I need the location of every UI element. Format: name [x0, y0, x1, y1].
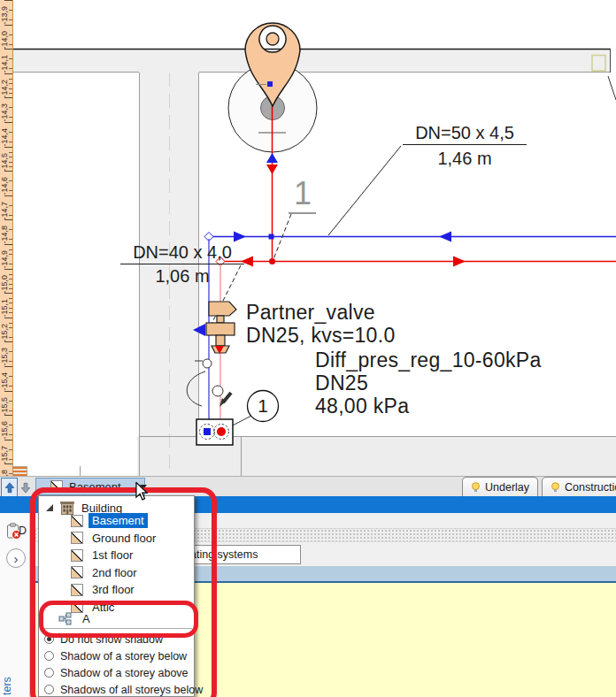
radio-icon[interactable]	[44, 634, 54, 644]
parameters-vertical-tab[interactable]: ters	[1, 663, 13, 695]
regulator-pressure-text[interactable]: 48,00 kPa	[315, 394, 542, 417]
dropdown-separator	[41, 628, 192, 629]
flow-arrow-up	[266, 153, 278, 163]
storey-icon	[71, 566, 83, 578]
radio-icon[interactable]	[44, 651, 54, 661]
ruler-tick: -13,9	[0, 0, 12, 25]
ruler-tick: -15,3	[0, 341, 12, 366]
drawing-canvas[interactable]: -13,9 -14,0 -14,1 -14,2 -14,3	[0, 0, 616, 476]
layer-tab[interactable]: Construction	[542, 477, 616, 497]
tree-item-storey[interactable]: 3rd floor	[71, 581, 159, 599]
ruler-tick: -14,3	[0, 97, 12, 122]
shadow-option[interactable]: Shadows of all storeys below	[44, 681, 192, 697]
storey-icon	[71, 584, 83, 596]
pipe-length-dn40[interactable]: 1,06 m	[120, 266, 244, 287]
tree-item-storey[interactable]: 2nd floor	[71, 564, 159, 582]
tree-item-storey[interactable]: Basement	[71, 512, 159, 530]
ruler-tick: -15,2	[0, 318, 12, 342]
scheme-label: A	[82, 612, 90, 625]
regulator-dn-text[interactable]: DN25	[315, 371, 542, 394]
bulb-icon	[551, 482, 560, 494]
tree-item-scheme[interactable]: A	[58, 611, 90, 626]
partner-valve-symbol[interactable]	[193, 302, 236, 354]
valve-spec-text[interactable]: DN25, kvs=10.0	[246, 324, 395, 347]
layer-tab[interactable]: Underlay	[462, 477, 538, 497]
radio-icon[interactable]	[44, 668, 54, 678]
ruler-tick: -14,0	[0, 25, 12, 50]
storey-toolbar: Basement Underlay Con	[0, 476, 616, 497]
storey-down-button[interactable]	[17, 478, 34, 497]
ruler-tick: -14,1	[0, 49, 12, 73]
ruler-tick: -14,9	[0, 244, 12, 269]
flow-arrow-down	[266, 165, 278, 174]
app-root: -13,9 -14,0 -14,1 -14,2 -14,3	[0, 0, 616, 697]
leader-dn50	[328, 146, 401, 235]
pipe-label-dn40[interactable]: DN=40 x 4,0	[120, 242, 244, 264]
pipe-label-dn50[interactable]: DN=50 x 4,5	[403, 123, 527, 145]
ruler-tick: -15,1	[0, 293, 12, 318]
pipe-red-horizontal[interactable]	[216, 257, 616, 267]
ruler-tick: -15,0	[0, 269, 12, 294]
tree-item-storey[interactable]: Ground floor	[71, 530, 159, 548]
radio-icon[interactable]	[44, 685, 54, 694]
up-arrow-icon	[4, 481, 16, 494]
chevron-down-icon[interactable]	[140, 485, 147, 489]
section-number[interactable]: 1	[294, 175, 312, 212]
bulb-icon	[471, 482, 481, 494]
ruler-tick: -14,4	[0, 122, 12, 147]
expand-panel-button[interactable]: ›	[6, 548, 26, 568]
shadow-option[interactable]: Do not show shadow	[44, 631, 192, 647]
scheme-icon	[58, 612, 73, 626]
regulator-name-text[interactable]: Diff_pres_reg_10-60kPa	[315, 348, 542, 371]
storey-icon	[71, 515, 83, 527]
connection-node[interactable]	[267, 81, 273, 87]
storey-up-button[interactable]	[1, 478, 18, 497]
storey-selector[interactable]: Basement	[35, 478, 145, 495]
diagnostics-label: D	[19, 525, 27, 537]
ruler-tick: -15,7	[0, 440, 12, 464]
selected-storey-label: Basement	[69, 480, 121, 494]
storey-icon	[71, 532, 83, 544]
ruler-tick: -14,2	[0, 73, 12, 98]
shadow-options: Do not show shadow Shadow of a storey be…	[44, 631, 192, 697]
vertical-ruler: -13,9 -14,0 -14,1 -14,2 -14,3	[0, 0, 13, 478]
storey-dropdown: Building Basement Ground floor 1st floor	[38, 495, 195, 697]
layer-tabs: Underlay Construction	[462, 477, 616, 497]
bubble-number[interactable]: 1	[255, 395, 271, 417]
connection-box-symbol[interactable]	[196, 419, 233, 445]
left-sidebar: D › ters	[0, 513, 30, 697]
pipe-length-dn50[interactable]: 1,46 m	[403, 149, 527, 169]
shadow-option[interactable]: Shadow of a storey above	[44, 664, 192, 681]
ruler-tick: -15,6	[0, 415, 12, 440]
ruler-tick: -14,6	[0, 171, 12, 195]
valve-name-text[interactable]: Partner_valve	[246, 301, 395, 324]
ruler-tick: -14,5	[0, 147, 12, 172]
ruler-tick: -15,5	[0, 391, 12, 416]
ruler-tick: -15,4	[0, 366, 12, 391]
storey-icon	[50, 480, 63, 493]
ruler-tick: -14,7	[0, 195, 12, 220]
shadow-option[interactable]: Shadow of a storey below	[44, 647, 192, 664]
storey-tree: Basement Ground floor 1st floor 2nd floo…	[71, 512, 159, 616]
tree-item-storey[interactable]: 1st floor	[71, 547, 159, 564]
down-arrow-icon	[19, 481, 32, 494]
pipe-blue-horizontal[interactable]	[204, 232, 616, 242]
ruler-tick: -14,8	[0, 219, 12, 244]
storey-icon	[71, 549, 83, 562]
tree-expander-icon[interactable]	[46, 504, 53, 511]
